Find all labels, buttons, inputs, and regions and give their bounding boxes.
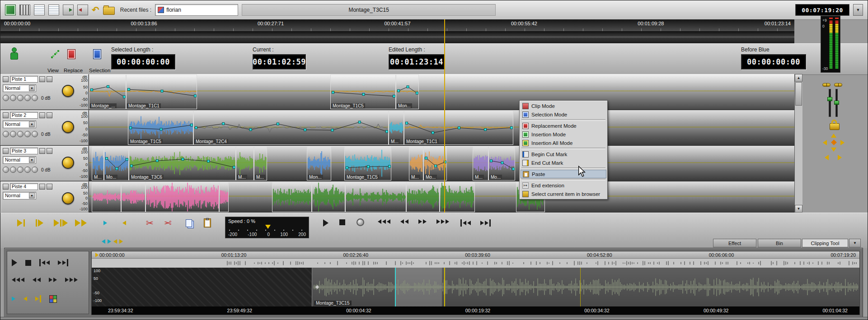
envelope-point[interactable] bbox=[249, 129, 252, 131]
timeline-ruler[interactable]: 00:00:00:00 00:00:13:86 00:00:27:71 00:0… bbox=[0, 19, 794, 31]
envelope-point[interactable] bbox=[107, 85, 109, 88]
overview-ruler[interactable]: 00:00:00:00 00:01:13:20 00:02:26:40 00:0… bbox=[92, 251, 859, 259]
envelope-point[interactable] bbox=[331, 129, 333, 131]
envelope-point[interactable] bbox=[432, 132, 434, 134]
selection-mode-icon[interactable] bbox=[93, 49, 101, 59]
track-mode-select[interactable]: Normal▼ bbox=[3, 84, 36, 92]
track-name[interactable]: Piste 4 bbox=[10, 183, 38, 190]
menu-item-end-cut-mark[interactable]: End Cut Mark bbox=[521, 158, 606, 167]
audio-clip[interactable] bbox=[92, 182, 121, 212]
track-mode-select[interactable]: Normal▼ bbox=[3, 192, 36, 199]
notes-icon[interactable] bbox=[48, 5, 59, 15]
paste-tool-icon[interactable] bbox=[204, 218, 211, 227]
pan-knob[interactable] bbox=[62, 192, 74, 204]
replace-mode-icon[interactable] bbox=[67, 49, 75, 59]
pan-knob[interactable] bbox=[62, 121, 74, 133]
envelope-point[interactable] bbox=[182, 158, 184, 160]
goto-prev-mark-button[interactable] bbox=[17, 219, 25, 227]
audio-clip[interactable]: Mo... bbox=[488, 146, 515, 181]
zoom-out-icon[interactable] bbox=[102, 239, 105, 244]
envelope-point[interactable] bbox=[416, 92, 418, 94]
track-lane-3[interactable]: M...Mo...Montage_T3C6M...M...Mon...Monta… bbox=[89, 146, 794, 181]
import-icon[interactable] bbox=[77, 5, 88, 15]
forward-fast-button[interactable] bbox=[436, 219, 449, 224]
stop-button[interactable] bbox=[339, 219, 345, 225]
envelope-point[interactable] bbox=[484, 129, 487, 131]
audio-clip[interactable] bbox=[121, 182, 145, 212]
envelope-point[interactable] bbox=[407, 86, 409, 88]
ov-forward-button[interactable] bbox=[49, 278, 57, 282]
track-mode-select[interactable]: Normal▼ bbox=[3, 121, 36, 128]
menu-item-begin-cut-mark[interactable]: Begin Cut Mark bbox=[521, 150, 606, 158]
mute-button[interactable] bbox=[47, 76, 52, 82]
ov-play-button[interactable] bbox=[12, 259, 17, 266]
document-icon[interactable] bbox=[34, 5, 45, 15]
track-name[interactable]: Piste 2 bbox=[10, 112, 38, 119]
audio-clip[interactable]: Montage_... bbox=[89, 74, 126, 109]
pan-knob[interactable] bbox=[62, 157, 74, 169]
audio-clip[interactable] bbox=[345, 182, 406, 212]
scroll-left-icon[interactable] bbox=[113, 239, 117, 244]
track-button[interactable] bbox=[17, 167, 23, 173]
track-button[interactable] bbox=[3, 95, 9, 101]
menu-item-paste[interactable]: Paste bbox=[521, 170, 606, 178]
overview-start-marker[interactable] bbox=[315, 285, 319, 289]
nav-center-icon[interactable] bbox=[831, 139, 837, 145]
envelope-point[interactable] bbox=[393, 95, 395, 97]
timecode-dropdown-button[interactable]: ▼ bbox=[853, 4, 863, 16]
play-button[interactable] bbox=[323, 219, 328, 227]
envelope-point[interactable] bbox=[358, 121, 361, 123]
audio-clip[interactable]: Montage_T3C6 bbox=[129, 146, 236, 181]
envelope-point[interactable] bbox=[277, 123, 279, 125]
tab-bin[interactable]: Bin bbox=[758, 239, 801, 247]
speed-panel[interactable]: Speed : 0 % -200-1000100200 bbox=[225, 217, 309, 238]
record-arm-button[interactable] bbox=[3, 184, 9, 190]
envelope-point[interactable] bbox=[128, 88, 130, 91]
ov-rewind-fast-button[interactable] bbox=[12, 278, 24, 282]
scroll-left-icon[interactable] bbox=[825, 155, 829, 160]
ov-play-cursor-button[interactable] bbox=[12, 297, 15, 301]
envelope-point[interactable] bbox=[346, 167, 348, 169]
overview-playhead[interactable] bbox=[444, 268, 445, 306]
envelope-point[interactable] bbox=[406, 122, 408, 124]
nudge-right-button[interactable] bbox=[103, 221, 107, 225]
record-button[interactable] bbox=[357, 218, 364, 226]
overview-cursor[interactable] bbox=[395, 268, 396, 306]
envelope-point[interactable] bbox=[389, 165, 391, 167]
pan-slider-left[interactable] bbox=[822, 83, 830, 87]
nav-up-icon[interactable] bbox=[831, 134, 836, 138]
export-icon[interactable] bbox=[63, 5, 74, 15]
tab-dropdown-button[interactable]: ▼ bbox=[849, 239, 861, 247]
ov-goto-end-button[interactable] bbox=[58, 259, 68, 266]
record-arm-button[interactable] bbox=[3, 112, 9, 118]
pan-slider-right[interactable] bbox=[834, 83, 842, 87]
audio-clip[interactable]: Montage_T1C5 bbox=[344, 146, 391, 181]
track-button[interactable] bbox=[24, 95, 31, 101]
track-button[interactable] bbox=[3, 131, 9, 137]
cut-tail-icon[interactable]: ✂ bbox=[164, 218, 172, 228]
envelope-point[interactable] bbox=[233, 166, 235, 168]
track-button[interactable] bbox=[3, 167, 9, 173]
track-name[interactable]: Piste 3 bbox=[10, 148, 38, 154]
audio-clip[interactable]: M... bbox=[92, 146, 104, 181]
ov-forward-fast-button[interactable] bbox=[65, 278, 78, 282]
audio-clip[interactable]: M... bbox=[236, 146, 254, 181]
audio-clip[interactable]: M... bbox=[389, 111, 404, 145]
track-button[interactable] bbox=[10, 95, 16, 101]
envelope-point[interactable] bbox=[191, 124, 193, 126]
envelope-point[interactable] bbox=[156, 160, 158, 162]
envelope-point[interactable] bbox=[386, 130, 388, 133]
tab-effect[interactable]: Effect bbox=[713, 239, 756, 247]
audio-clip[interactable] bbox=[145, 182, 219, 212]
audio-clip[interactable]: Montage_T1C5 bbox=[330, 74, 396, 109]
audio-clip[interactable]: Montage_T1C1 bbox=[126, 74, 197, 109]
track-button[interactable] bbox=[17, 131, 23, 137]
audio-clip[interactable] bbox=[406, 182, 440, 212]
envelope-point[interactable] bbox=[511, 127, 513, 129]
envelope-point[interactable] bbox=[458, 127, 460, 129]
fader-handle[interactable] bbox=[827, 97, 832, 101]
envelope-point[interactable] bbox=[367, 166, 370, 168]
track-button[interactable] bbox=[24, 167, 31, 173]
rewind-button[interactable] bbox=[400, 219, 408, 224]
envelope-point[interactable] bbox=[304, 129, 306, 131]
